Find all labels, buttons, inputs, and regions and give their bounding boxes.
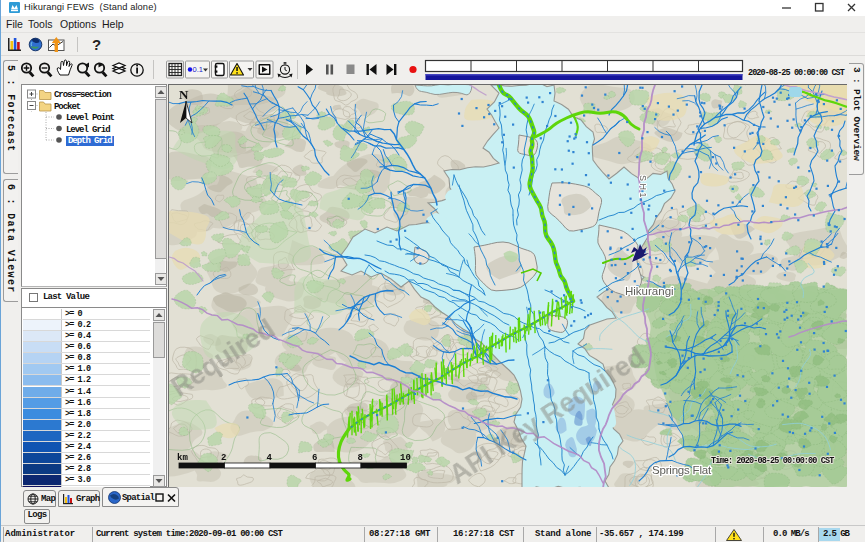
svg-text:2: 2 <box>221 453 226 463</box>
svg-text:km: km <box>177 453 188 463</box>
svg-text:0.1: 0.1 <box>193 65 203 74</box>
svg-text:Hikurangi: Hikurangi <box>625 285 674 297</box>
svg-text:10: 10 <box>400 453 411 463</box>
svg-text:S H 1: S H 1 <box>638 175 648 198</box>
svg-text:Springs Flat: Springs Flat <box>652 464 712 476</box>
svg-text:4: 4 <box>267 453 273 463</box>
svg-text:8: 8 <box>358 453 363 463</box>
svg-text:N: N <box>179 87 189 102</box>
svg-text:?: ? <box>92 36 101 53</box>
svg-text:6: 6 <box>312 453 317 463</box>
svg-text:2020-08-25 00:00:00 CST: 2020-08-25 00:00:00 CST <box>748 68 845 78</box>
svg-text:Time: 2020-08-25 00:00:00 CST: Time: 2020-08-25 00:00:00 CST <box>711 456 834 466</box>
